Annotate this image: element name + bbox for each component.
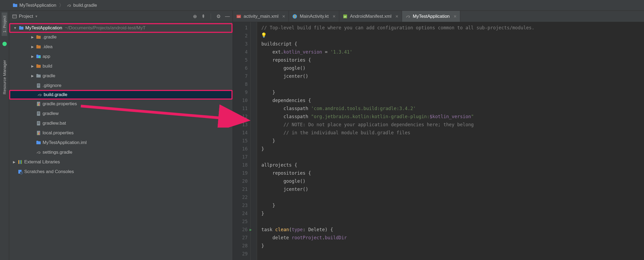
tree-scratches[interactable]: Scratches and Consoles	[9, 167, 233, 177]
hide-icon[interactable]: —	[225, 13, 230, 19]
code-line[interactable]: }	[261, 201, 644, 209]
close-icon[interactable]: ✕	[333, 14, 336, 19]
code-line[interactable]: allprojects {	[261, 161, 644, 169]
close-icon[interactable]: ✕	[282, 14, 285, 19]
tree-item-gradlew[interactable]: gradlew	[9, 109, 233, 118]
code-line[interactable]	[261, 193, 644, 201]
editor-tab-mainactivity-kt[interactable]: MainActivity.kt✕	[289, 11, 339, 22]
code-line[interactable]: jcenter()	[261, 72, 644, 80]
breadcrumb-root[interactable]: MyTestApplication	[11, 3, 57, 8]
code-line[interactable]	[261, 250, 644, 258]
line-number[interactable]: 4	[233, 48, 248, 56]
code-content[interactable]: 💡 // Top-level build file where you can …	[257, 22, 644, 260]
line-number[interactable]: 25	[233, 217, 248, 226]
tree-root-project[interactable]: ▼ MyTestApplication ~/Documents/Projects…	[9, 23, 233, 33]
breadcrumb-file[interactable]: build.gradle	[65, 3, 98, 8]
line-number[interactable]: 1	[233, 24, 248, 32]
expand-arrow-icon[interactable]: ▶	[30, 35, 35, 39]
dropdown-arrow-icon[interactable]: ▼	[35, 15, 38, 18]
code-line[interactable]: }	[261, 88, 644, 96]
line-number[interactable]: 22	[233, 193, 248, 201]
code-line[interactable]	[261, 217, 644, 226]
line-number[interactable]: 27	[233, 234, 248, 242]
code-line[interactable]	[261, 80, 644, 88]
expand-arrow-icon[interactable]: ▶	[30, 74, 35, 78]
line-number[interactable]: 26	[233, 226, 248, 234]
line-number[interactable]: 9	[233, 88, 248, 96]
rail-tab-project[interactable]: 1: Project	[2, 12, 7, 36]
fold-gutter[interactable]	[251, 22, 257, 260]
expand-arrow-icon[interactable]: ▶	[30, 45, 35, 49]
code-line[interactable]: }	[261, 145, 644, 153]
locate-icon[interactable]: ⊕	[193, 13, 197, 19]
code-line[interactable]: google()	[261, 177, 644, 185]
tree-item-gradle[interactable]: ▶gradle	[9, 71, 233, 81]
expand-arrow-icon[interactable]: ▼	[12, 26, 18, 30]
tree-external-libraries[interactable]: ▶ External Libraries	[9, 157, 233, 167]
line-number[interactable]: 12	[233, 113, 248, 121]
line-number[interactable]: 7	[233, 72, 248, 80]
code-line[interactable]	[261, 153, 644, 161]
editor-tab-androidmanifest-xml[interactable]: MFAndroidManifest.xml✕	[339, 11, 402, 22]
expand-arrow-icon[interactable]: ▶	[11, 160, 17, 164]
code-line[interactable]: }	[261, 242, 644, 250]
line-number[interactable]: 5	[233, 56, 248, 64]
editor-body[interactable]: 1234567891011121314151617181920212223242…	[233, 22, 644, 260]
editor-tab-activity-main-xml[interactable]: </>activity_main.xml✕	[233, 11, 289, 22]
tree-item-settings-gradle[interactable]: settings.gradle	[9, 147, 233, 157]
run-gutter-icon[interactable]: ▶	[250, 226, 252, 234]
expand-arrow-icon[interactable]: ▶	[30, 64, 35, 68]
line-number[interactable]: 15	[233, 137, 248, 145]
code-line[interactable]: repositories {	[261, 169, 644, 177]
code-line[interactable]: }	[261, 137, 644, 145]
code-line[interactable]: ext.kotlin_version = '1.3.41'	[261, 48, 644, 56]
line-number[interactable]: 10	[233, 96, 248, 104]
line-number[interactable]: 23	[233, 201, 248, 209]
tree-item-mytestapplication-iml[interactable]: MyTestApplication.iml	[9, 138, 233, 147]
code-line[interactable]: classpath "org.jetbrains.kotlin:kotlin-g…	[261, 113, 644, 121]
code-line[interactable]: delete rootProject.buildDir	[261, 234, 644, 242]
line-number[interactable]: 20	[233, 177, 248, 185]
line-number[interactable]: 24	[233, 209, 248, 217]
line-number[interactable]: 17	[233, 153, 248, 161]
tree-item-local-properties[interactable]: local.properties	[9, 128, 233, 138]
tree-item-gradle-properties[interactable]: gradle.properties	[9, 99, 233, 109]
line-number[interactable]: 3	[233, 40, 248, 48]
intention-bulb-icon[interactable]: 💡	[261, 31, 267, 39]
editor-tab-mytestapplication[interactable]: MyTestApplication✕	[402, 11, 460, 22]
line-number[interactable]: 21	[233, 185, 248, 193]
line-number[interactable]: 2	[233, 32, 248, 40]
android-icon[interactable]	[2, 41, 7, 47]
code-line[interactable]: ▶task clean(type: Delete) {	[261, 226, 644, 234]
rail-tab-resource-manager[interactable]: Resource Manager	[2, 57, 7, 98]
tree-item--gitignore[interactable]: .gitignore	[9, 81, 233, 90]
code-line[interactable]: // in the individual module build.gradle…	[261, 129, 644, 137]
code-line[interactable]: jcenter()	[261, 185, 644, 193]
tree-item-gradlew-bat[interactable]: gradlew.bat	[9, 118, 233, 128]
tree-item-app[interactable]: ▶app	[9, 52, 233, 61]
line-number[interactable]: 29	[233, 250, 248, 258]
project-tree[interactable]: ▼ MyTestApplication ~/Documents/Projects…	[9, 22, 233, 260]
code-line[interactable]: repositories {	[261, 56, 644, 64]
line-number[interactable]: 18	[233, 161, 248, 169]
close-icon[interactable]: ✕	[395, 14, 399, 19]
code-line[interactable]: google()	[261, 64, 644, 72]
tree-item--idea[interactable]: ▶.idea	[9, 42, 233, 52]
tree-item-build-gradle[interactable]: build.gradle	[9, 90, 233, 100]
line-number[interactable]: 19	[233, 169, 248, 177]
code-line[interactable]	[261, 32, 644, 40]
line-number[interactable]: 6	[233, 64, 248, 72]
line-number-gutter[interactable]: 1234567891011121314151617181920212223242…	[233, 22, 251, 260]
line-number[interactable]: 8	[233, 80, 248, 88]
close-icon[interactable]: ✕	[453, 14, 457, 19]
gear-icon[interactable]: ⚙	[216, 13, 221, 19]
code-line[interactable]: dependencies {	[261, 96, 644, 104]
collapse-all-icon[interactable]: ⇞	[201, 13, 205, 19]
tree-item-build[interactable]: ▶build	[9, 61, 233, 71]
line-number[interactable]: 11	[233, 104, 248, 113]
line-number[interactable]: 28	[233, 242, 248, 250]
project-panel-title[interactable]: Project	[19, 14, 33, 19]
line-number[interactable]: 13	[233, 121, 248, 129]
tree-item--gradle[interactable]: ▶.gradle	[9, 32, 233, 42]
line-number[interactable]: 14	[233, 129, 248, 137]
